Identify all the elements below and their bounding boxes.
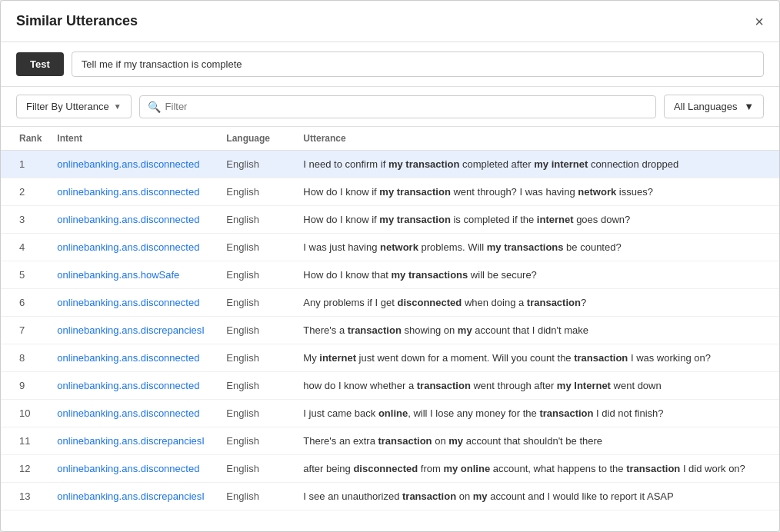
modal-toolbar: Test — [1, 42, 779, 87]
cell-language: English — [218, 289, 295, 317]
table-row: 2onlinebanking.ans.disconnectedEnglishHo… — [1, 178, 779, 206]
intent-link[interactable]: onlinebanking.ans.disconnected — [57, 214, 199, 225]
table-row: 10onlinebanking.ans.disconnectedEnglishI… — [1, 400, 779, 427]
cell-intent: onlinebanking.ans.disconnected — [49, 455, 218, 483]
cell-language: English — [218, 206, 295, 234]
cell-rank: 13 — [1, 483, 49, 510]
intent-link[interactable]: onlinebanking.ans.disconnected — [57, 463, 199, 474]
cell-language: English — [218, 261, 295, 289]
cell-utterance: How do I know that my transactions will … — [295, 261, 779, 289]
cell-utterance: Any problems if I get disconnected when … — [295, 289, 779, 317]
cell-utterance: I need to confirm if my transaction comp… — [295, 151, 779, 178]
cell-language: English — [218, 427, 295, 455]
cell-intent: onlinebanking.ans.disconnected — [49, 344, 218, 372]
cell-language: English — [218, 317, 295, 344]
cell-intent: onlinebanking.ans.disconnected — [49, 400, 218, 427]
cell-language: English — [218, 483, 295, 510]
cell-language: English — [218, 178, 295, 206]
test-button[interactable]: Test — [16, 52, 64, 76]
similar-utterances-modal: Similar Utterances × Test Filter By Utte… — [0, 0, 780, 532]
col-header-intent: Intent — [49, 127, 218, 151]
intent-link[interactable]: onlinebanking.ans.discrepanciesI — [57, 324, 205, 336]
cell-rank: 9 — [1, 372, 49, 400]
table-row: 5onlinebanking.ans.howSafeEnglishHow do … — [1, 261, 779, 289]
cell-rank: 8 — [1, 344, 49, 372]
cell-intent: onlinebanking.ans.disconnected — [49, 178, 218, 206]
cell-rank: 12 — [1, 455, 49, 483]
intent-link[interactable]: onlinebanking.ans.howSafe — [57, 269, 179, 281]
intent-link[interactable]: onlinebanking.ans.discrepanciesI — [57, 490, 205, 502]
cell-intent: onlinebanking.ans.discrepanciesI — [49, 317, 218, 344]
filter-input[interactable] — [165, 101, 648, 112]
cell-intent: onlinebanking.ans.disconnected — [49, 234, 218, 261]
cell-language: English — [218, 455, 295, 483]
cell-intent: onlinebanking.ans.discrepanciesI — [49, 427, 218, 455]
filter-dropdown-label: Filter By Utterance — [26, 101, 109, 112]
intent-link[interactable]: onlinebanking.ans.discrepanciesI — [57, 435, 205, 447]
col-header-language: Language — [218, 127, 295, 151]
cell-rank: 5 — [1, 261, 49, 289]
search-icon: 🔍 — [148, 101, 161, 113]
cell-utterance: I was just having network problems. Will… — [295, 234, 779, 261]
cell-utterance: How do I know if my transaction went thr… — [295, 178, 779, 206]
modal-header: Similar Utterances × — [1, 1, 779, 42]
modal-title: Similar Utterances — [16, 13, 138, 29]
cell-utterance: I just came back online, will I lose any… — [295, 400, 779, 427]
intent-link[interactable]: onlinebanking.ans.disconnected — [57, 407, 199, 419]
filter-bar: Filter By Utterance ▼ 🔍 All Languages ▼ — [1, 87, 779, 127]
cell-utterance: My internet just went down for a moment.… — [295, 344, 779, 372]
intent-link[interactable]: onlinebanking.ans.disconnected — [57, 186, 199, 198]
table-row: 9onlinebanking.ans.disconnectedEnglishho… — [1, 372, 779, 400]
col-header-utterance: Utterance — [295, 127, 779, 151]
cell-utterance: How do I know if my transaction is compl… — [295, 206, 779, 234]
cell-language: English — [218, 151, 295, 178]
cell-utterance: There's a transaction showing on my acco… — [295, 317, 779, 344]
table-row: 13onlinebanking.ans.discrepanciesIEnglis… — [1, 483, 779, 510]
table-row: 6onlinebanking.ans.disconnectedEnglishAn… — [1, 289, 779, 317]
filter-by-utterance-dropdown[interactable]: Filter By Utterance ▼ — [16, 95, 132, 118]
test-input[interactable] — [72, 52, 764, 77]
intent-link[interactable]: onlinebanking.ans.disconnected — [57, 380, 199, 391]
lang-dropdown-label: All Languages — [674, 101, 737, 112]
cell-rank: 6 — [1, 289, 49, 317]
cell-utterance: There's an extra transaction on my accou… — [295, 427, 779, 455]
cell-language: English — [218, 372, 295, 400]
utterances-table: Rank Intent Language Utterance 1onlineba… — [1, 127, 779, 510]
table-body: 1onlinebanking.ans.disconnectedEnglishI … — [1, 151, 779, 510]
chevron-down-icon: ▼ — [114, 102, 122, 111]
utterances-table-container: Rank Intent Language Utterance 1onlineba… — [1, 127, 779, 531]
cell-language: English — [218, 400, 295, 427]
cell-rank: 11 — [1, 427, 49, 455]
cell-intent: onlinebanking.ans.disconnected — [49, 151, 218, 178]
cell-rank: 10 — [1, 400, 49, 427]
cell-intent: onlinebanking.ans.disconnected — [49, 289, 218, 317]
intent-link[interactable]: onlinebanking.ans.disconnected — [57, 158, 199, 170]
table-row: 11onlinebanking.ans.discrepanciesIEnglis… — [1, 427, 779, 455]
cell-intent: onlinebanking.ans.disconnected — [49, 206, 218, 234]
cell-utterance: after being disconnected from my online … — [295, 455, 779, 483]
intent-link[interactable]: onlinebanking.ans.disconnected — [57, 297, 199, 308]
cell-language: English — [218, 234, 295, 261]
table-row: 7onlinebanking.ans.discrepanciesIEnglish… — [1, 317, 779, 344]
close-button[interactable]: × — [755, 14, 764, 29]
cell-utterance: how do I know whether a transaction went… — [295, 372, 779, 400]
cell-utterance: I see an unauthorized transaction on my … — [295, 483, 779, 510]
table-row: 3onlinebanking.ans.disconnectedEnglishHo… — [1, 206, 779, 234]
lang-chevron-down-icon: ▼ — [744, 101, 754, 112]
cell-intent: onlinebanking.ans.discrepanciesI — [49, 483, 218, 510]
cell-rank: 3 — [1, 206, 49, 234]
cell-intent: onlinebanking.ans.disconnected — [49, 372, 218, 400]
cell-intent: onlinebanking.ans.howSafe — [49, 261, 218, 289]
table-row: 12onlinebanking.ans.disconnectedEnglisha… — [1, 455, 779, 483]
table-row: 1onlinebanking.ans.disconnectedEnglishI … — [1, 151, 779, 178]
cell-rank: 1 — [1, 151, 49, 178]
language-dropdown[interactable]: All Languages ▼ — [664, 95, 764, 118]
intent-link[interactable]: onlinebanking.ans.disconnected — [57, 241, 199, 253]
cell-rank: 2 — [1, 178, 49, 206]
intent-link[interactable]: onlinebanking.ans.disconnected — [57, 352, 199, 364]
table-row: 8onlinebanking.ans.disconnectedEnglishMy… — [1, 344, 779, 372]
col-header-rank: Rank — [1, 127, 49, 151]
table-row: 4onlinebanking.ans.disconnectedEnglishI … — [1, 234, 779, 261]
cell-rank: 4 — [1, 234, 49, 261]
cell-rank: 7 — [1, 317, 49, 344]
